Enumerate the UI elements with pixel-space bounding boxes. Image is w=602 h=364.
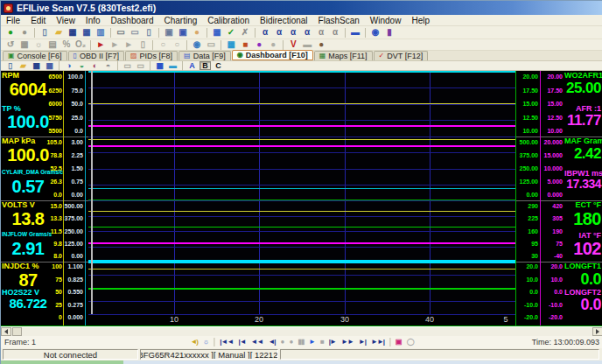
- new-file-icon[interactable]: ▯: [38, 27, 51, 38]
- gear-icon[interactable]: ☼: [32, 39, 45, 51]
- pid-a1-icon[interactable]: α: [259, 27, 271, 38]
- help-book-icon[interactable]: ▮: [383, 27, 396, 38]
- menu-bidirectional[interactable]: Bidirectional: [255, 15, 312, 26]
- menu-info[interactable]: Info: [80, 15, 106, 26]
- open-file-icon[interactable]: ▰: [52, 27, 65, 38]
- menu-view[interactable]: View: [51, 15, 80, 26]
- o2-sensor-icon[interactable]: O₂: [74, 39, 87, 51]
- window-icon[interactable]: ▭: [205, 39, 217, 51]
- menu-file[interactable]: File: [1, 15, 25, 26]
- settings-button[interactable]: ☼: [201, 337, 210, 347]
- drop-icon[interactable]: ●: [315, 39, 327, 51]
- upload-icon[interactable]: ▣: [177, 27, 189, 38]
- forward-gray-icon[interactable]: ►: [122, 39, 135, 51]
- monitor-icon[interactable]: ▬: [349, 27, 361, 38]
- save-file-icon[interactable]: ▦: [66, 27, 79, 38]
- rewind-button[interactable]: ◄◄: [249, 337, 265, 347]
- stamp1-icon[interactable]: ▭: [122, 61, 133, 70]
- balls-icon[interactable]: ●: [253, 39, 265, 51]
- dash-save-icon[interactable]: ▦: [31, 61, 42, 70]
- print-preview-icon[interactable]: ▯: [143, 27, 155, 38]
- print-icon[interactable]: ▭: [115, 27, 127, 38]
- pid-a6-icon[interactable]: α: [329, 27, 341, 38]
- tab-dvt[interactable]: ✓DVT [F12]: [374, 51, 429, 60]
- hand-tool-icon[interactable]: ●: [191, 27, 203, 38]
- table-view-icon[interactable]: ▦: [154, 61, 165, 70]
- chart-scrollbar[interactable]: [1, 326, 602, 336]
- play-gray-icon[interactable]: ►: [108, 39, 121, 51]
- ball-gray-icon[interactable]: ●: [267, 39, 279, 51]
- dvt-icon[interactable]: V: [287, 39, 299, 51]
- record-marker-button[interactable]: ▣: [394, 337, 403, 347]
- tab-dashboard[interactable]: ◉Dashboard [F10]: [232, 50, 313, 60]
- dash-saveas-icon[interactable]: ▦: [44, 61, 55, 70]
- menu-help[interactable]: Help: [406, 15, 435, 26]
- layout-select-icon[interactable]: ◓: [102, 61, 114, 70]
- chart-check-icon[interactable]: ▦: [18, 39, 31, 51]
- scrollbar-thumb[interactable]: [12, 327, 22, 336]
- menu-flashscan[interactable]: FlashScan: [313, 15, 365, 26]
- mute-button[interactable]: ◄): [188, 337, 200, 347]
- bidir-icon[interactable]: %: [60, 39, 73, 51]
- zoom-out-icon[interactable]: ○: [171, 39, 183, 51]
- chart-cursor[interactable]: [91, 71, 93, 314]
- menu-edit[interactable]: Edit: [25, 15, 51, 26]
- loop-button[interactable]: ◯: [405, 337, 416, 347]
- tab-console[interactable]: ▣Console [F6]: [3, 51, 67, 60]
- menu-window[interactable]: Window: [365, 15, 407, 26]
- skip-start-button[interactable]: |◄◄: [218, 337, 234, 347]
- gradient-view-icon[interactable]: ▬: [167, 61, 178, 70]
- connect-icon[interactable]: ●: [4, 27, 17, 38]
- scroll-left-button[interactable]: [1, 327, 11, 336]
- view-b-button[interactable]: B: [200, 61, 211, 70]
- firmware-icon[interactable]: ◉: [369, 27, 382, 38]
- tab-pids[interactable]: ▨PIDs [F8]: [125, 51, 178, 60]
- next-marker-button[interactable]: ►|: [357, 337, 368, 347]
- scroll-right-button[interactable]: [592, 327, 602, 336]
- refresh-icon[interactable]: ↺: [4, 39, 17, 51]
- title-bar[interactable]: EFILive Scan V7.5 (830Test2.efi): [1, 1, 602, 15]
- menu-dashboard[interactable]: Dashboard: [106, 15, 159, 26]
- skip-end-button[interactable]: ►►|: [369, 337, 386, 347]
- record-button[interactable]: ●: [279, 337, 286, 347]
- tab-obd2[interactable]: ▯OBD II [F7]: [68, 51, 124, 60]
- pid-a2-icon[interactable]: α: [273, 27, 285, 38]
- grid-select-icon[interactable]: ▦: [211, 27, 223, 38]
- chart-plot-area[interactable]: [88, 71, 515, 314]
- pause-button[interactable]: ▮▮: [296, 337, 305, 347]
- tab-data[interactable]: ▤Data [F9]: [178, 51, 231, 60]
- print-setup-icon[interactable]: ▭: [129, 27, 141, 38]
- play-button[interactable]: ►: [307, 337, 317, 347]
- disconnect-icon[interactable]: ●: [18, 27, 31, 38]
- pid-a5-icon[interactable]: α: [315, 27, 327, 38]
- dash-icon[interactable]: ▬: [301, 39, 313, 51]
- pid-a4-icon[interactable]: α: [301, 27, 313, 38]
- view-a-button[interactable]: A: [186, 61, 198, 70]
- record-arrow-icon[interactable]: ►: [94, 39, 107, 51]
- chart-color-icon[interactable]: ▦: [225, 39, 237, 51]
- properties-icon[interactable]: ▣: [163, 27, 175, 38]
- dash-open-icon[interactable]: ▰: [18, 61, 29, 70]
- prev-marker-button[interactable]: |◄: [236, 337, 247, 347]
- globe-icon[interactable]: ◉: [191, 39, 203, 51]
- clear-icon[interactable]: ✗: [239, 27, 251, 38]
- stop-button[interactable]: ■: [318, 337, 326, 347]
- zoom-in-icon[interactable]: ○: [157, 39, 169, 51]
- validate-icon[interactable]: ✓: [225, 27, 237, 38]
- stamp2-icon[interactable]: ▭: [135, 61, 146, 70]
- cube-icon[interactable]: ■: [239, 39, 251, 51]
- menu-calibration[interactable]: Calibration: [202, 15, 255, 26]
- trash-icon[interactable]: ▯: [136, 39, 149, 51]
- export-icon[interactable]: ▥: [94, 27, 107, 38]
- list-icon[interactable]: ▤: [46, 39, 59, 51]
- dash-new-icon[interactable]: ▯: [4, 61, 16, 70]
- tab-maps[interactable]: ▦Maps [F11]: [314, 51, 373, 60]
- pid-select-icon[interactable]: ◒: [76, 61, 88, 70]
- step-back-button[interactable]: ◄|: [266, 337, 276, 347]
- fast-forward-button[interactable]: ►►: [340, 337, 355, 347]
- menu-charting[interactable]: Charting: [158, 15, 202, 26]
- record-all-button[interactable]: ●: [287, 337, 294, 347]
- chart-select-icon[interactable]: ◐: [89, 61, 101, 70]
- gauge-select-icon[interactable]: ◑: [63, 61, 74, 70]
- view-c-button[interactable]: C: [213, 61, 224, 70]
